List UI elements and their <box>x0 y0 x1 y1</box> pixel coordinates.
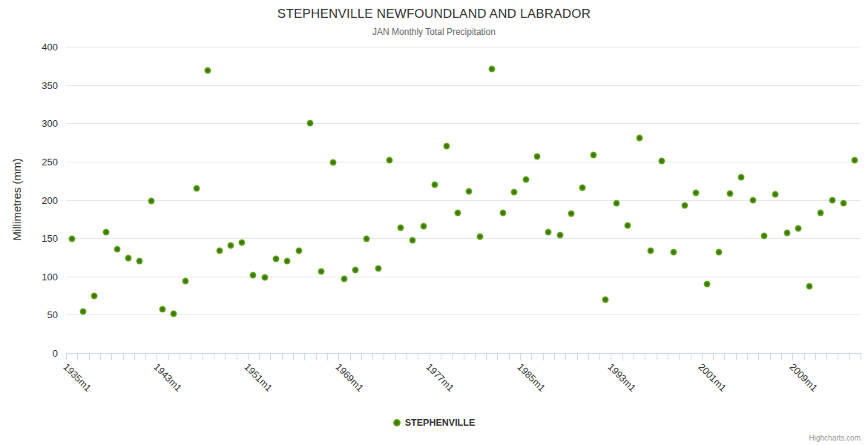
data-point[interactable] <box>614 200 620 206</box>
data-point[interactable] <box>375 266 381 272</box>
data-point[interactable] <box>306 120 313 127</box>
data-point[interactable] <box>591 151 597 158</box>
data-point[interactable] <box>625 222 631 228</box>
data-point[interactable] <box>409 237 415 244</box>
x-axis-tick <box>180 353 180 360</box>
data-point[interactable] <box>693 190 700 197</box>
data-point[interactable] <box>284 258 291 265</box>
x-axis-tick <box>203 353 203 360</box>
data-point[interactable] <box>579 184 586 191</box>
data-point[interactable] <box>806 283 813 290</box>
data-point[interactable] <box>79 309 86 315</box>
gridline <box>66 238 861 239</box>
data-point[interactable] <box>647 247 654 254</box>
data-point[interactable] <box>533 153 540 159</box>
data-point[interactable] <box>261 274 268 280</box>
x-axis-tick <box>395 353 396 360</box>
y-axis-tick-label: 250 <box>24 156 58 167</box>
x-axis-tick <box>691 353 691 360</box>
data-point[interactable] <box>193 185 200 192</box>
x-axis-tick-label: 2009m1 <box>787 361 820 394</box>
data-point[interactable] <box>160 306 166 313</box>
data-point[interactable] <box>148 197 154 204</box>
data-point[interactable] <box>182 277 188 284</box>
data-point[interactable] <box>250 271 257 278</box>
x-axis-tick <box>838 353 838 360</box>
data-point[interactable] <box>398 224 404 231</box>
data-point[interactable] <box>602 296 608 303</box>
data-point[interactable] <box>443 143 450 150</box>
legend-item-stephenville[interactable]: STEPHENVILLE <box>393 418 475 428</box>
data-point[interactable] <box>511 189 518 196</box>
data-point[interactable] <box>466 188 473 195</box>
data-point[interactable] <box>114 245 120 252</box>
data-point[interactable] <box>318 268 325 274</box>
data-point[interactable] <box>670 248 677 255</box>
data-point[interactable] <box>522 176 529 182</box>
data-point[interactable] <box>341 275 347 282</box>
x-axis-tick <box>815 353 816 360</box>
x-axis-tick <box>327 353 328 360</box>
data-point[interactable] <box>387 156 393 163</box>
x-axis-tick <box>758 353 759 360</box>
data-point[interactable] <box>715 248 722 255</box>
x-axis-tick <box>225 353 226 360</box>
data-point[interactable] <box>636 134 642 141</box>
data-point[interactable] <box>760 233 767 240</box>
data-point[interactable] <box>704 281 711 288</box>
data-point[interactable] <box>681 202 688 208</box>
data-point[interactable] <box>556 231 563 238</box>
data-point[interactable] <box>852 156 858 163</box>
data-point[interactable] <box>125 254 132 261</box>
data-point[interactable] <box>659 157 665 164</box>
data-point[interactable] <box>841 200 847 206</box>
x-axis-tick <box>123 353 124 360</box>
data-point[interactable] <box>68 236 75 243</box>
data-point[interactable] <box>727 191 734 197</box>
data-point[interactable] <box>364 236 370 243</box>
data-point[interactable] <box>783 229 790 236</box>
x-axis-tick-label: 1993m1 <box>605 361 638 394</box>
data-point[interactable] <box>205 67 211 74</box>
data-point[interactable] <box>772 191 779 198</box>
data-point[interactable] <box>216 247 223 254</box>
x-axis-tick <box>668 353 668 360</box>
data-point[interactable] <box>818 210 824 217</box>
data-point[interactable] <box>749 197 756 203</box>
data-point[interactable] <box>102 228 109 235</box>
x-axis-tick <box>316 353 317 360</box>
data-point[interactable] <box>171 311 177 317</box>
data-point[interactable] <box>352 267 359 274</box>
data-point[interactable] <box>795 225 801 231</box>
data-point[interactable] <box>500 210 507 217</box>
data-point[interactable] <box>488 65 495 72</box>
data-point[interactable] <box>829 197 835 203</box>
gridline <box>66 47 861 47</box>
data-point[interactable] <box>239 240 246 246</box>
data-point[interactable] <box>477 234 484 240</box>
data-point[interactable] <box>545 228 552 235</box>
chart-title: STEPHENVILLE NEWFOUNDLAND AND LABRADOR <box>0 7 868 22</box>
data-point[interactable] <box>454 210 461 217</box>
x-axis-tick <box>111 353 112 360</box>
data-point[interactable] <box>91 292 98 299</box>
data-point[interactable] <box>420 222 427 229</box>
x-axis-tick <box>679 353 680 360</box>
data-point[interactable] <box>273 256 280 263</box>
data-point[interactable] <box>227 243 234 249</box>
data-point[interactable] <box>137 258 143 265</box>
x-axis-tick-label: 1977m1 <box>424 361 457 394</box>
x-axis-tick <box>577 353 578 360</box>
x-axis-tick <box>338 353 339 360</box>
highcharts-credits-link[interactable]: Highcharts.com <box>809 434 861 442</box>
data-point[interactable] <box>568 211 574 217</box>
data-point[interactable] <box>329 159 336 165</box>
x-axis-tick <box>657 353 657 360</box>
legend-marker-icon <box>393 419 401 426</box>
y-axis-tick-label: 400 <box>24 42 58 53</box>
data-point[interactable] <box>432 181 438 188</box>
data-point[interactable] <box>295 247 302 254</box>
x-axis-tick <box>770 353 771 360</box>
legend: STEPHENVILLE <box>0 418 868 428</box>
data-point[interactable] <box>738 174 745 180</box>
